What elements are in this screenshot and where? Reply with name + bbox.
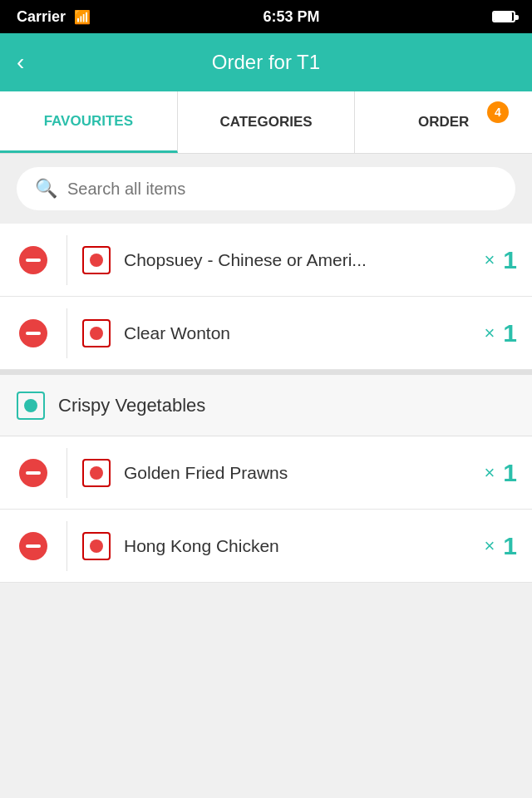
section-name: Crispy Vegetables <box>58 395 205 416</box>
remove-icon[interactable] <box>19 459 47 487</box>
search-input[interactable] <box>67 180 497 199</box>
item-qty-value: 1 <box>503 459 517 487</box>
search-bar: 🔍 <box>17 167 515 210</box>
dot-icon <box>90 254 103 267</box>
times-icon: × <box>484 535 495 557</box>
order-badge: 4 <box>487 101 509 123</box>
item-type-icon-green <box>17 392 45 420</box>
remove-icon[interactable] <box>19 532 47 560</box>
search-container: 🔍 <box>0 154 532 224</box>
tab-order[interactable]: ORDER 4 <box>355 91 532 153</box>
dot-icon <box>90 327 103 340</box>
page-title: Order for T1 <box>212 51 320 74</box>
tab-categories[interactable]: CATEGORIES <box>178 91 356 153</box>
item-content: Clear Wonton × 1 <box>67 319 532 347</box>
item-type-icon <box>82 246 111 274</box>
dot-icon <box>90 539 103 553</box>
times-icon: × <box>484 323 495 344</box>
item-name: Clear Wonton <box>124 323 470 343</box>
item-content: Hong Kong Chicken × 1 <box>67 532 532 560</box>
item-qty-value: 1 <box>503 319 517 347</box>
item-content: Chopsuey - Chinese or Ameri... × 1 <box>67 246 532 274</box>
header: ‹ Order for T1 <box>0 33 532 91</box>
remove-button-golden-prawns[interactable] <box>0 459 66 487</box>
remove-button-chopsuey[interactable] <box>0 246 66 274</box>
wifi-icon: 📶 <box>74 9 91 25</box>
item-name: Golden Fried Prawns <box>124 463 470 483</box>
item-type-icon <box>82 459 111 487</box>
item-quantity: × 1 <box>484 319 517 347</box>
remove-icon[interactable] <box>19 319 47 347</box>
list-item: Chopsuey - Chinese or Ameri... × 1 <box>0 224 532 297</box>
tab-favourites[interactable]: FAVOURITES <box>0 91 178 153</box>
item-quantity: × 1 <box>484 532 517 560</box>
item-quantity: × 1 <box>484 246 517 274</box>
list-item: Clear Wonton × 1 <box>0 297 532 370</box>
status-left: Carrier 📶 <box>17 8 91 26</box>
dot-icon <box>90 466 103 480</box>
remove-button-hk-chicken[interactable] <box>0 532 66 560</box>
back-button[interactable]: ‹ <box>17 49 24 76</box>
item-type-icon <box>82 532 111 560</box>
times-icon: × <box>484 249 495 271</box>
tab-bar: FAVOURITES CATEGORIES ORDER 4 <box>0 91 532 154</box>
carrier-label: Carrier <box>17 8 66 26</box>
times-icon: × <box>484 462 495 484</box>
item-content: Golden Fried Prawns × 1 <box>67 459 532 487</box>
list-item: Hong Kong Chicken × 1 <box>0 510 532 583</box>
item-quantity: × 1 <box>484 459 517 487</box>
remove-button-clear-wonton[interactable] <box>0 319 66 347</box>
dot-icon-green <box>24 399 37 412</box>
item-qty-value: 1 <box>503 246 517 274</box>
list-item: Golden Fried Prawns × 1 <box>0 436 532 510</box>
status-bar: Carrier 📶 6:53 PM <box>0 0 532 33</box>
battery-icon <box>492 11 515 22</box>
item-type-icon <box>82 319 111 347</box>
time-label: 6:53 PM <box>264 8 320 26</box>
item-qty-value: 1 <box>503 532 517 560</box>
items-list: Chopsuey - Chinese or Ameri... × 1 Clear… <box>0 224 532 583</box>
search-icon: 🔍 <box>35 178 57 200</box>
section-header: Crispy Vegetables <box>0 370 532 436</box>
item-name: Chopsuey - Chinese or Ameri... <box>124 250 470 270</box>
item-name: Hong Kong Chicken <box>124 536 470 556</box>
remove-icon[interactable] <box>19 246 47 274</box>
